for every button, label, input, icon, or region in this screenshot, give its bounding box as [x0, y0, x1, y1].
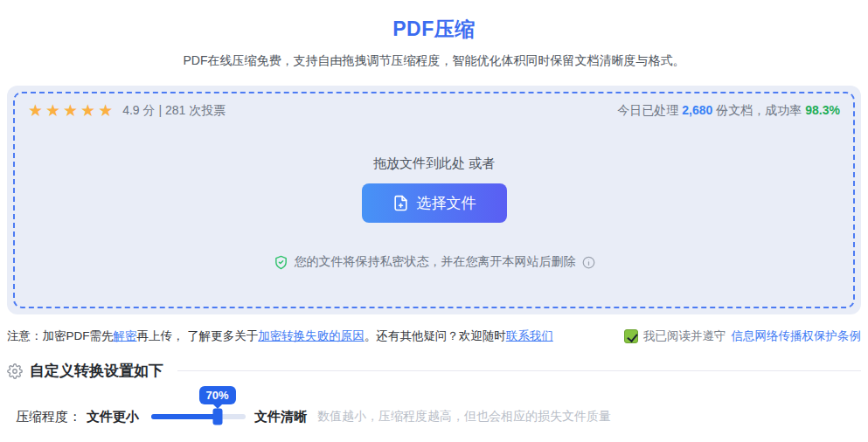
drop-files-hint: 拖放文件到此处 或者	[7, 155, 861, 172]
slider-min-label: 文件更小	[87, 409, 139, 425]
processed-count: 2,680	[682, 103, 712, 117]
rating-block: ★★★★★ 4.9 分 | 281 次投票	[28, 100, 226, 121]
contact-us-link[interactable]: 联系我们	[506, 329, 553, 342]
select-file-button[interactable]: 选择文件	[362, 183, 507, 223]
notice-text: 注意：加密PDF需先解密再上传， 了解更多关于加密转换失败的原因。还有其他疑问？…	[7, 328, 553, 344]
notice-row: 注意：加密PDF需先解密再上传， 了解更多关于加密转换失败的原因。还有其他疑问？…	[7, 328, 861, 344]
gear-icon	[7, 363, 23, 379]
agreement-group: 我已阅读并遵守信息网络传播权保护条例	[624, 328, 861, 344]
info-icon[interactable]	[582, 256, 595, 269]
settings-heading-row: 自定义转换设置如下	[7, 361, 861, 381]
rating-text: 4.9 分 | 281 次投票	[122, 103, 226, 119]
compression-label: 压缩程度：	[16, 409, 81, 425]
page-title: PDF压缩	[0, 16, 868, 43]
privacy-note-row: 您的文件将保持私密状态，并在您离开本网站后删除	[7, 254, 861, 270]
dropzone-stats-row: ★★★★★ 4.9 分 | 281 次投票 今日已处理2,680份文档，成功率9…	[28, 100, 840, 121]
regulation-link[interactable]: 信息网络传播权保护条例	[732, 328, 862, 344]
page-subtitle: PDF在线压缩免费，支持自由拖拽调节压缩程度，智能优化体积同时保留文档清晰度与格…	[0, 53, 868, 69]
notice-part2: 再上传， 了解更多关于	[137, 329, 259, 342]
file-dropzone[interactable]: ★★★★★ 4.9 分 | 281 次投票 今日已处理2,680份文档，成功率9…	[7, 86, 861, 314]
pdf-compress-page: PDF压缩 PDF在线压缩免费，支持自由拖拽调节压缩程度，智能优化体积同时保留文…	[0, 0, 868, 442]
slider-hint-text: 数值越小，压缩程度越高，但也会相应的损失文件质量	[317, 409, 611, 425]
notice-part3: 。还有其他疑问？欢迎随时	[365, 329, 506, 342]
slider-handle[interactable]	[212, 409, 222, 425]
stats-middle: 份文档，成功率	[716, 103, 802, 117]
slider-max-label: 文件清晰	[254, 409, 307, 425]
privacy-note-text: 您的文件将保持私密状态，并在您离开本网站后删除	[295, 254, 576, 270]
agreement-checkbox-checked[interactable]	[624, 329, 638, 343]
star-rating-icons: ★★★★★	[28, 100, 115, 121]
fail-reason-link[interactable]: 加密转换失败的原因	[258, 329, 365, 342]
heading-divider	[177, 370, 861, 371]
file-plus-icon	[392, 195, 409, 211]
notice-part1: 注意：加密PDF需先	[7, 329, 114, 342]
slider-fill	[151, 414, 218, 419]
agreement-label: 我已阅读并遵守	[643, 328, 726, 344]
shield-check-icon	[274, 255, 288, 270]
decrypt-link[interactable]: 解密	[114, 329, 137, 342]
select-file-button-label: 选择文件	[417, 193, 476, 213]
stats-prefix: 今日已处理	[617, 103, 678, 117]
compression-slider[interactable]: 70%	[151, 414, 246, 419]
slider-value-tooltip: 70%	[199, 386, 236, 404]
daily-stats: 今日已处理2,680份文档，成功率98.3%	[617, 103, 840, 119]
settings-heading: 自定义转换设置如下	[30, 361, 163, 381]
compression-slider-row: 压缩程度： 文件更小 70% 文件清晰 数值越小，压缩程度越高，但也会相应的损失…	[16, 404, 861, 429]
success-rate: 98.3%	[805, 103, 840, 117]
